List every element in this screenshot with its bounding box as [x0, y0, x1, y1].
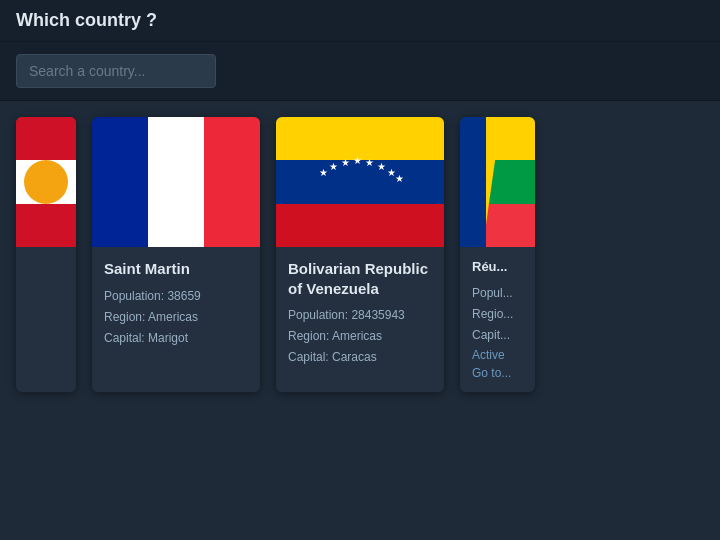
- card-name-saint-martin: Saint Martin: [104, 259, 248, 279]
- card-name-reunion: Réu...: [472, 259, 523, 276]
- cards-container: Saint Martin Population: 38659 Region: A…: [0, 101, 720, 408]
- france-red-stripe: [204, 117, 260, 247]
- search-bar: [0, 42, 720, 101]
- flag-reunion: [460, 117, 535, 247]
- card-name-venezuela: Bolivarian Republic of Venezuela: [288, 259, 432, 298]
- card-saint-martin[interactable]: Saint Martin Population: 38659 Region: A…: [92, 117, 260, 392]
- card-info-reunion: Réu... Popul... Regio... Capit... Active…: [460, 247, 535, 392]
- card-population-reunion: Popul...: [472, 284, 523, 302]
- card-capital-venezuela: Capital: Caracas: [288, 348, 432, 366]
- venezuela-red-stripe: [276, 204, 444, 247]
- header: Which country ?: [0, 0, 720, 42]
- card-region-reunion: Regio...: [472, 305, 523, 323]
- card-capital-reunion: Capit...: [472, 326, 523, 344]
- venezuela-blue-stripe: ★ ★ ★ ★ ★ ★ ★ ★: [276, 160, 444, 203]
- card-french-polynesia[interactable]: [16, 117, 76, 392]
- card-population-venezuela: Population: 28435943: [288, 306, 432, 324]
- flag-french-polynesia: [16, 117, 76, 247]
- card-goto-reunion[interactable]: Go to...: [472, 366, 523, 380]
- card-reunion[interactable]: Réu... Popul... Regio... Capit... Active…: [460, 117, 535, 392]
- card-info-french-polynesia: [16, 247, 76, 271]
- card-info-venezuela: Bolivarian Republic of Venezuela Populat…: [276, 247, 444, 381]
- card-capital-saint-martin: Capital: Marigot: [104, 329, 248, 347]
- france-blue-stripe: [92, 117, 148, 247]
- header-title: Which country ?: [16, 10, 157, 31]
- card-info-saint-martin: Saint Martin Population: 38659 Region: A…: [92, 247, 260, 362]
- card-venezuela[interactable]: ★ ★ ★ ★ ★ ★ ★ ★ Bolivarian Republic o: [276, 117, 444, 392]
- card-region-saint-martin: Region: Americas: [104, 308, 248, 326]
- card-population-saint-martin: Population: 38659: [104, 287, 248, 305]
- flag-venezuela: ★ ★ ★ ★ ★ ★ ★ ★: [276, 117, 444, 247]
- card-region-venezuela: Region: Americas: [288, 327, 432, 345]
- france-white-stripe: [148, 117, 204, 247]
- flag-saint-martin: [92, 117, 260, 247]
- card-active-reunion: Active: [472, 348, 523, 362]
- venezuela-yellow-stripe: [276, 117, 444, 160]
- search-input[interactable]: [16, 54, 216, 88]
